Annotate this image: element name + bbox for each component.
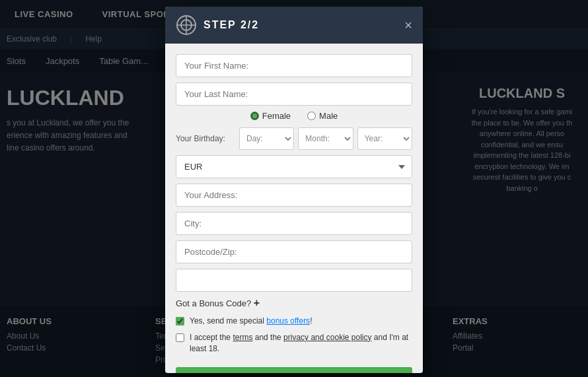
birthday-row: Your Birthday: Day: Month: Year: (176, 127, 412, 150)
terms-link[interactable]: terms (233, 333, 252, 342)
last-name-input[interactable] (176, 83, 412, 106)
modal-header-left: STEP 2/2 (176, 15, 259, 36)
city-input[interactable] (176, 212, 412, 235)
modal-title: STEP 2/2 (203, 19, 259, 31)
birthday-label: Your Birthday: (176, 134, 235, 143)
modal-overlay: STEP 2/2 × Female Male Your Birthday: (0, 0, 588, 377)
bonus-code-row: Got a Bonus Code? + (176, 297, 412, 309)
gender-male-text: Male (319, 111, 338, 121)
open-account-button[interactable]: OPEN ACCOUNT (176, 367, 412, 373)
gender-row: Female Male (176, 111, 412, 121)
modal-close-button[interactable]: × (404, 18, 412, 32)
bonus-code-input[interactable] (176, 269, 412, 292)
bonus-offers-checkbox-row: Yes, send me special bonus offers! (176, 316, 412, 327)
gender-female-radio[interactable] (250, 112, 259, 120)
modal-header: STEP 2/2 × (165, 7, 423, 44)
modal-body: Female Male Your Birthday: Day: Month: Y… (165, 44, 423, 373)
gender-female-text: Female (262, 111, 291, 121)
terms-checkbox[interactable] (176, 333, 184, 342)
bonus-code-plus-icon: + (254, 297, 260, 308)
birthday-month-select[interactable]: Month: (298, 127, 353, 150)
terms-checkbox-row: I accept the terms and the privacy and c… (176, 332, 412, 355)
bonus-offers-link[interactable]: bonus offers (266, 316, 310, 326)
postcode-input[interactable] (176, 240, 412, 263)
registration-modal: STEP 2/2 × Female Male Your Birthday: (165, 7, 423, 373)
birthday-day-select[interactable]: Day: (239, 127, 294, 150)
bonus-offers-checkbox[interactable] (176, 317, 184, 326)
gender-female-label[interactable]: Female (250, 111, 291, 121)
privacy-policy-link[interactable]: privacy and cookie policy (283, 333, 371, 342)
bonus-offers-label[interactable]: Yes, send me special bonus offers! (190, 316, 312, 327)
bonus-code-label: Got a Bonus Code? + (176, 298, 260, 308)
first-name-input[interactable] (176, 54, 412, 77)
terms-label[interactable]: I accept the terms and the privacy and c… (190, 332, 412, 355)
modal-logo-icon (176, 15, 197, 36)
address-input[interactable] (176, 184, 412, 207)
currency-select[interactable]: EUR USD GBP CAD AUD (176, 155, 412, 178)
gender-male-label[interactable]: Male (307, 111, 338, 121)
gender-male-radio[interactable] (307, 112, 316, 120)
birthday-year-select[interactable]: Year: (357, 127, 412, 150)
